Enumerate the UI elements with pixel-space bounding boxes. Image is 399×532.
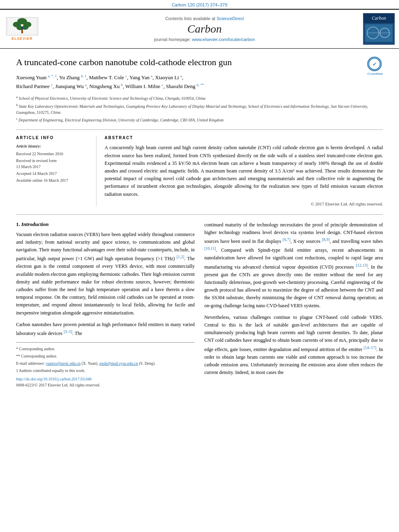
footnotes: * Corresponding author. ** Corresponding… xyxy=(16,342,195,374)
email1-link[interactable]: yuanxs@uestc.edu.cn xyxy=(45,361,80,366)
homepage-line: journal homepage: www.elsevier.com/locat… xyxy=(46,37,363,42)
article-info-abstract: ARTICLE INFO Article history: Received 2… xyxy=(16,129,383,206)
sciencedirect-label: Contents lists available at xyxy=(165,16,216,21)
article-info-col: ARTICLE INFO Article history: Received 2… xyxy=(16,136,97,206)
section1-number: 1. xyxy=(16,221,21,227)
abstract-col: ABSTRACT A concurrently high beam curren… xyxy=(105,136,383,206)
sciencedirect-line: Contents lists available at ScienceDirec… xyxy=(46,16,363,21)
right-para2: Nevertheless, various challenges continu… xyxy=(204,314,383,377)
top-citation: Carbon 120 (2017) 374–379 xyxy=(0,0,399,9)
homepage-label: journal homepage: xyxy=(154,37,191,42)
article-info-header: ARTICLE INFO xyxy=(16,136,90,140)
available-date: Available online 16 March 2017 xyxy=(16,177,90,183)
crossmark-icon: ✓ xyxy=(367,57,382,71)
affiliation-b: b State Key Laboratory Optoelectronic Ma… xyxy=(16,103,383,115)
footnote-corresponding1: * Corresponding author. xyxy=(16,346,195,352)
title-area: ✓ CrossMark A truncated-cone carbon nano… xyxy=(16,57,383,68)
email2-name: (S. Deng). xyxy=(139,361,156,366)
body-columns: 1. Introduction Vacuum electron radiatio… xyxy=(16,221,383,387)
crossmark: ✓ CrossMark xyxy=(367,57,383,76)
affiliation-a: a School of Physical Electronics, Univer… xyxy=(16,95,383,101)
email2-link[interactable]: stsdz@mail.sysu.edu.cn xyxy=(99,361,138,366)
crossmark-label: CrossMark xyxy=(367,72,383,76)
footnote1: 1 Authors contributed equally to this wo… xyxy=(16,368,195,374)
article-title: A truncated-cone carbon nanotube cold-ca… xyxy=(16,57,383,68)
footnote-emails: E-mail addresses: yuanxs@uestc.edu.cn (X… xyxy=(16,360,195,366)
affiliation-c: c Department of Engineering, Electrical … xyxy=(16,117,383,123)
body-right-col: continued maturity of the technology nec… xyxy=(204,221,383,387)
intro-para1: Vacuum electron radiation sources (VERS)… xyxy=(16,231,195,317)
right-para1: continued maturity of the technology nec… xyxy=(204,221,383,310)
footnote-corresponding2: ** Corresponding author. xyxy=(16,353,195,359)
journal-header: ELSEVIER Contents lists available at Sci… xyxy=(0,9,399,49)
svg-rect-8 xyxy=(21,27,23,29)
journal-center: Contents lists available at ScienceDirec… xyxy=(46,16,363,42)
homepage-link[interactable]: www.elsevier.com/locate/carbon xyxy=(192,37,255,42)
doi-line: http://dx.doi.org/10.1016/j.carbon.2017.… xyxy=(16,377,195,381)
journal-cover: Carbon xyxy=(363,13,395,45)
email1-name: (X. Yuan), xyxy=(82,361,99,366)
svg-text:Carbon: Carbon xyxy=(372,16,386,21)
main-content: ✓ CrossMark A truncated-cone carbon nano… xyxy=(0,49,399,395)
abstract-header: ABSTRACT xyxy=(105,136,383,140)
received-revised-date: Received in revised form13 March 2017 xyxy=(16,158,90,170)
doi-link[interactable]: http://dx.doi.org/10.1016/j.carbon.2017.… xyxy=(16,377,92,381)
journal-name: Carbon xyxy=(46,23,363,35)
svg-text:✓: ✓ xyxy=(372,62,376,67)
intro-para2: Carbon nanotubes have proven potential a… xyxy=(16,321,195,337)
elsevier-text: ELSEVIER xyxy=(12,37,33,41)
affiliations: a School of Physical Electronics, Univer… xyxy=(16,95,383,123)
svg-point-7 xyxy=(21,24,23,27)
copyright-line: © 2017 Elsevier Ltd. All rights reserved… xyxy=(105,201,383,206)
section-divider xyxy=(16,214,383,215)
received-date: Received 22 November 2016 xyxy=(16,151,90,157)
rights-line: 0008-6223/© 2017 Elsevier Ltd. All right… xyxy=(16,383,195,387)
elsevier-logo-image xyxy=(6,17,38,35)
authors-line: Xuesong Yuan a, *, 1, Yu Zhang b, 1, Mat… xyxy=(16,73,383,91)
sciencedirect-link[interactable]: ScienceDirect xyxy=(216,16,244,21)
section1-title: 1. Introduction xyxy=(16,221,195,228)
article-history-label: Article history: xyxy=(16,144,90,148)
elsevier-logo: ELSEVIER xyxy=(4,17,40,41)
page: Carbon 120 (2017) 374–379 xyxy=(0,0,399,532)
citation-text: Carbon 120 (2017) 374–379 xyxy=(172,2,227,7)
email-label: E-mail addresses: xyxy=(16,361,45,366)
svg-rect-6 xyxy=(21,29,23,33)
accepted-date: Accepted 14 March 2017 xyxy=(16,170,90,177)
abstract-text: A concurrently high beam current and hig… xyxy=(105,144,383,198)
body-left-col: 1. Introduction Vacuum electron radiatio… xyxy=(16,221,195,387)
